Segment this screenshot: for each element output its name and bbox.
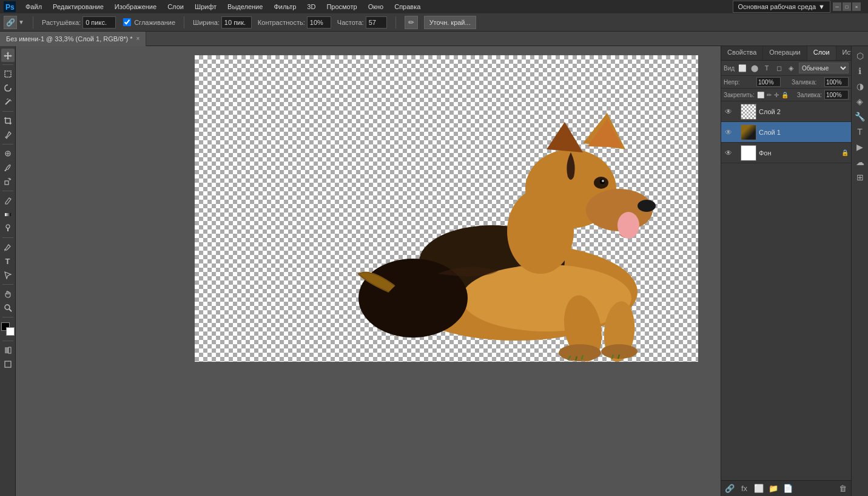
fill-input[interactable] xyxy=(824,77,849,87)
layer-fx-button[interactable]: fx xyxy=(738,483,750,495)
tool-preset-icon[interactable]: 🔗 xyxy=(4,16,17,29)
svg-marker-38 xyxy=(547,122,583,152)
tab-operations[interactable]: Операции xyxy=(763,46,807,60)
tool-screen-mode[interactable] xyxy=(1,358,15,371)
rc-icon-9[interactable]: ⊞ xyxy=(853,170,867,185)
main-area: T xyxy=(0,46,868,496)
doc-tab-close[interactable]: × xyxy=(136,35,140,42)
tool-sep2 xyxy=(2,111,13,112)
tool-colors[interactable] xyxy=(1,322,15,336)
tool-marquee[interactable] xyxy=(1,67,15,81)
link-layers-button[interactable]: 🔗 xyxy=(724,483,736,495)
tool-move[interactable] xyxy=(1,49,15,62)
rc-icon-5[interactable]: 🔧 xyxy=(853,109,867,124)
new-layer-button[interactable]: 📄 xyxy=(782,483,794,495)
tool-dodge[interactable] xyxy=(1,222,15,235)
rc-icon-1[interactable]: ⬡ xyxy=(853,49,867,63)
layer-item-2[interactable]: 👁 Слой 2 xyxy=(721,101,851,122)
menu-type[interactable]: Шрифт xyxy=(190,2,221,12)
tab-properties[interactable]: Свойства xyxy=(721,46,763,60)
tool-brush[interactable] xyxy=(1,161,15,174)
rc-icon-8[interactable]: ☁ xyxy=(853,155,867,169)
background-color[interactable] xyxy=(6,327,15,336)
tool-sep8 xyxy=(2,341,13,341)
tab-layers[interactable]: Слои xyxy=(807,46,836,60)
layer-item-1[interactable]: 👁 Слой 1 xyxy=(721,122,851,143)
tool-path-select[interactable] xyxy=(1,268,15,282)
tool-eraser[interactable] xyxy=(1,194,15,207)
layer-bg-thumb xyxy=(741,145,756,161)
tool-eyedropper[interactable] xyxy=(1,128,15,141)
filter-type-icon[interactable]: T xyxy=(761,63,772,73)
menu-help[interactable]: Справка xyxy=(389,2,425,12)
width-input[interactable] xyxy=(221,16,252,29)
menu-image[interactable]: Изображение xyxy=(110,2,161,12)
fill-label: Заливка: xyxy=(792,79,822,86)
menu-view[interactable]: Просмотр xyxy=(321,2,362,12)
tool-magic-wand[interactable] xyxy=(1,95,15,109)
tool-zoom[interactable] xyxy=(1,301,15,314)
menu-layer[interactable]: Слои xyxy=(163,2,189,12)
rc-icon-6[interactable]: T xyxy=(853,124,867,139)
svg-line-19 xyxy=(9,309,12,311)
tool-crop[interactable] xyxy=(1,114,15,127)
rc-icon-2[interactable]: ℹ xyxy=(853,64,867,78)
frequency-input[interactable] xyxy=(366,16,387,29)
tool-pen[interactable] xyxy=(1,240,15,254)
opacity-input[interactable] xyxy=(756,77,781,87)
add-mask-button[interactable]: ⬜ xyxy=(753,483,765,495)
menu-file[interactable]: Файл xyxy=(21,2,47,12)
menu-select[interactable]: Выделение xyxy=(223,2,267,12)
rc-icon-7[interactable]: ▶ xyxy=(853,140,867,154)
lock-position-icon[interactable]: ✛ xyxy=(774,92,779,98)
stylus-button[interactable]: ✏ xyxy=(405,16,418,29)
menu-window[interactable]: Окно xyxy=(363,2,389,12)
rc-icon-4[interactable]: ◈ xyxy=(853,94,867,109)
menu-edit[interactable]: Редактирование xyxy=(48,2,109,12)
add-group-button[interactable]: 📁 xyxy=(767,483,779,495)
feather-input[interactable] xyxy=(82,16,116,29)
layer-bg-name: Фон xyxy=(759,149,839,157)
layer-bg-visibility[interactable]: 👁 xyxy=(724,148,733,158)
filter-adjust-icon[interactable]: ⬤ xyxy=(749,63,760,73)
layer-1-visibility[interactable]: 👁 xyxy=(724,127,733,137)
tool-preset[interactable]: 🔗 ▼ xyxy=(4,16,24,29)
refine-edge-button[interactable]: Уточн. край... xyxy=(424,16,476,29)
tool-sep5 xyxy=(2,237,13,238)
filter-shape-icon[interactable]: ◻ xyxy=(773,63,784,73)
canvas-area[interactable] xyxy=(16,46,721,496)
doc-tabs: Без имени-1 @ 33,3% (Слой 1, RGB/8*) * × xyxy=(0,32,868,46)
fill-label2: Заливка: xyxy=(797,92,822,98)
smooth-checkbox[interactable] xyxy=(123,18,131,26)
workspace-selector[interactable]: Основная рабочая среда ▼ xyxy=(733,1,831,13)
delete-layer-button[interactable]: 🗑 xyxy=(836,483,849,495)
close-button[interactable]: × xyxy=(852,2,861,11)
svg-rect-14 xyxy=(5,181,8,185)
tool-quick-mask[interactable] xyxy=(1,344,15,357)
rc-icon-3[interactable]: ◑ xyxy=(853,79,867,93)
tool-heal[interactable] xyxy=(1,147,15,160)
options-bar: 🔗 ▼ Растушёвка: Сглаживание Ширина: Конт… xyxy=(0,13,868,32)
lock-all-icon[interactable]: 🔒 xyxy=(781,92,789,98)
maximize-button[interactable]: □ xyxy=(843,2,851,11)
lock-pixels-icon[interactable]: ⬜ xyxy=(757,92,764,98)
layer-item-bg[interactable]: 👁 Фон 🔒 xyxy=(721,143,851,163)
tool-text[interactable]: T xyxy=(1,254,15,268)
document-tab[interactable]: Без имени-1 @ 33,3% (Слой 1, RGB/8*) * × xyxy=(0,32,146,46)
blend-mode-select[interactable]: Обычные xyxy=(799,63,849,73)
menu-filter[interactable]: Фильтр xyxy=(269,2,301,12)
tool-preset-arrow[interactable]: ▼ xyxy=(18,19,24,25)
tool-clone[interactable] xyxy=(1,175,15,188)
lock-image-icon[interactable]: ✏ xyxy=(767,92,772,98)
layers-bottom-bar: 🔗 fx ⬜ 📁 📄 🗑 xyxy=(721,480,851,496)
contrast-input[interactable] xyxy=(307,16,331,29)
filter-pixel-icon[interactable]: ⬜ xyxy=(737,63,748,73)
tool-hand[interactable] xyxy=(1,287,15,301)
menu-3d[interactable]: 3D xyxy=(302,2,320,12)
tool-lasso[interactable] xyxy=(1,81,15,95)
tool-gradient[interactable] xyxy=(1,208,15,221)
layer-2-visibility[interactable]: 👁 xyxy=(724,107,733,117)
fill-input2[interactable] xyxy=(824,90,849,100)
filter-smart-icon[interactable]: ◈ xyxy=(786,63,796,73)
minimize-button[interactable]: ─ xyxy=(833,2,841,11)
